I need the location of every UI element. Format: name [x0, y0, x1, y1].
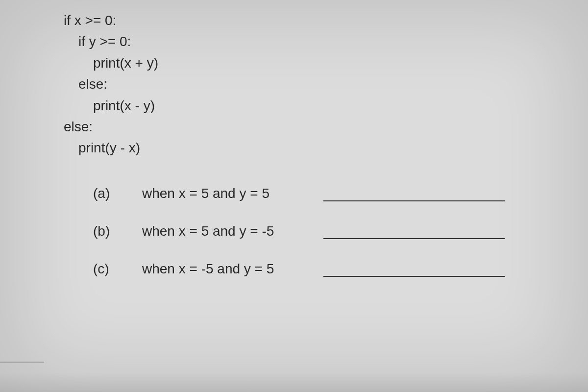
question-row: (c) when x = -5 and y = 5: [93, 261, 588, 277]
code-line: else:: [64, 116, 588, 137]
code-line: else:: [64, 74, 588, 95]
question-row: (a) when x = 5 and y = 5: [93, 186, 588, 201]
partial-rule-line: [0, 362, 44, 363]
bottom-shadow: [0, 372, 588, 392]
questions-section: (a) when x = 5 and y = 5 (b) when x = 5 …: [64, 186, 588, 277]
question-text: when x = 5 and y = -5: [142, 223, 323, 239]
code-line: print(x - y): [64, 95, 588, 116]
code-line: if y >= 0:: [64, 31, 588, 52]
question-label: (c): [93, 261, 142, 277]
code-block: if x >= 0: if y >= 0: print(x + y) else:…: [64, 10, 588, 159]
code-line: print(x + y): [64, 52, 588, 74]
question-label: (b): [93, 223, 142, 239]
answer-blank[interactable]: [323, 188, 505, 201]
question-label: (a): [93, 186, 142, 201]
question-row: (b) when x = 5 and y = -5: [93, 223, 588, 239]
question-text: when x = 5 and y = 5: [142, 186, 323, 201]
question-text: when x = -5 and y = 5: [142, 261, 323, 277]
answer-blank[interactable]: [323, 225, 505, 239]
code-line: if x >= 0:: [64, 10, 588, 31]
code-line: print(y - x): [64, 137, 588, 158]
answer-blank[interactable]: [323, 263, 505, 277]
